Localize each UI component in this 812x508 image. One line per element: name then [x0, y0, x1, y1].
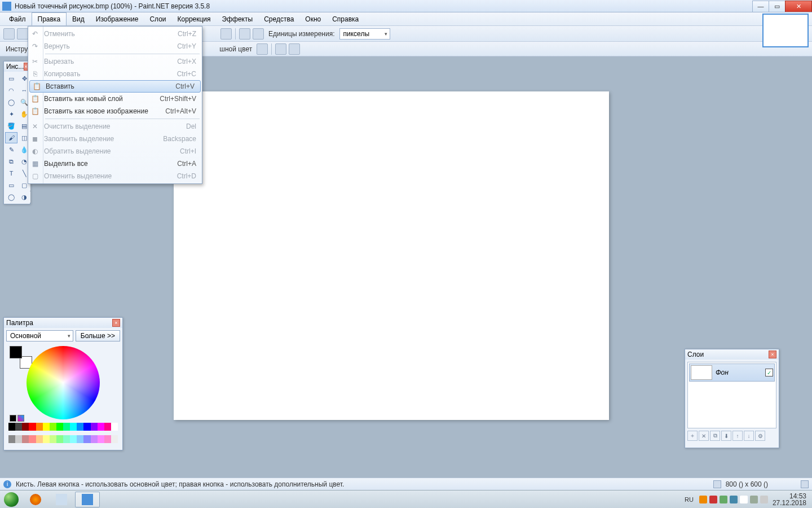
fg-bg-swatches[interactable] [10, 346, 32, 369]
menu-edit[interactable]: Правка [32, 12, 67, 25]
tools-panel-title: Инс... [6, 63, 24, 71]
tool-lasso[interactable]: ◠ [5, 85, 17, 96]
tool-clone[interactable]: ⧉ [5, 156, 17, 167]
tool-rect-select[interactable]: ▭ [5, 73, 17, 84]
tool-magic-wand[interactable]: ✦ [5, 108, 17, 120]
tool-freeform[interactable]: ◑ [18, 191, 30, 203]
menu-select-all[interactable]: ▦ Выделить все Ctrl+A [28, 157, 202, 170]
tool-ellipse-sel[interactable]: ◯ [5, 97, 17, 108]
menu-adjust[interactable]: Коррекция [172, 12, 217, 25]
menu-layers[interactable]: Слои [144, 12, 171, 25]
palette-strip-2[interactable] [8, 435, 118, 443]
maximize-button[interactable]: ▭ [769, 1, 785, 12]
menu-window[interactable]: Окно [299, 12, 326, 25]
antialias-icon[interactable] [275, 43, 286, 55]
menu-paste[interactable]: 📋 Вставить Ctrl+V [29, 80, 201, 93]
tray-volume-icon[interactable] [760, 496, 768, 503]
grid-icon[interactable] [239, 28, 250, 40]
palette-panel-close-icon[interactable]: × [112, 319, 120, 327]
tool-label: Инстру [3, 45, 30, 53]
menu-file[interactable]: Файл [3, 12, 32, 25]
tray-icon[interactable] [709, 496, 717, 503]
zoom-out-icon[interactable] [220, 28, 232, 40]
layer-merge-icon[interactable]: ⬇ [721, 431, 731, 441]
layer-thumbnail [691, 365, 712, 380]
menu-bar: Файл Правка Вид Изображение Слои Коррекц… [0, 12, 812, 26]
deselect-icon: ▢ [28, 172, 42, 180]
tray-icon[interactable] [699, 496, 707, 503]
menu-fill-sel[interactable]: ◼ Заполнить выделение Backspace [28, 133, 202, 145]
layers-panel-close-icon[interactable]: × [769, 351, 776, 358]
tray-battery-icon[interactable] [750, 496, 758, 503]
taskbar-firefox[interactable] [23, 492, 48, 507]
close-button[interactable]: ✕ [785, 1, 812, 12]
tool-rect[interactable]: ▭ [5, 179, 17, 191]
system-clock[interactable]: 14:53 27.12.2018 [770, 493, 809, 506]
tool-brush[interactable]: 🖌 [5, 132, 17, 143]
menu-redo[interactable]: ↷ Вернуть Ctrl+Y [28, 40, 202, 52]
tool-text[interactable]: T [5, 168, 17, 179]
start-button[interactable] [0, 491, 23, 509]
menu-image[interactable]: Изображение [90, 12, 144, 25]
layer-down-icon[interactable]: ↓ [744, 431, 754, 441]
canvas[interactable] [174, 91, 609, 420]
swatch-black[interactable] [10, 415, 16, 422]
tools-panel[interactable]: Инс... × ▭ ✥ ◠ ↔ ◯ 🔍 ✦ ✋ 🪣 ▤ 🖌 ◫ ✎ 💧 ⧉ ◔… [3, 61, 30, 204]
menu-deselect[interactable]: ▢ Отменить выделение Ctrl+D [28, 170, 202, 182]
info-icon: i [3, 480, 11, 488]
color-wheel[interactable] [27, 346, 100, 419]
cut-icon: ✂ [28, 58, 42, 65]
tool-fill[interactable]: 🪣 [5, 120, 17, 132]
minimize-button[interactable]: — [752, 1, 769, 12]
ruler-icon[interactable] [253, 28, 264, 40]
layer-duplicate-icon[interactable]: ⧉ [710, 431, 720, 441]
paste-layer-icon: 📋 [28, 95, 42, 103]
foreground-color-swatch[interactable] [10, 346, 22, 358]
layer-add-icon[interactable]: ＋ [687, 431, 698, 441]
tool-ellipse[interactable]: ◯ [5, 191, 17, 203]
layer-up-icon[interactable]: ↑ [732, 431, 743, 441]
document-thumbnail[interactable] [762, 14, 809, 47]
menu-cut[interactable]: ✂ Вырезать Ctrl+X [28, 55, 202, 68]
tray-icon[interactable] [720, 496, 727, 503]
palette-panel[interactable]: Палитра × Основной Больше >> [3, 317, 123, 450]
menu-view[interactable]: Вид [67, 12, 90, 25]
tray-flag-icon[interactable] [740, 496, 748, 503]
status-text: Кисть. Левая кнопка - использовать основ… [16, 480, 709, 488]
language-indicator[interactable]: RU [685, 496, 694, 503]
menu-undo[interactable]: ↶ Отменить Ctrl+Z [28, 28, 202, 40]
menu-clear-sel[interactable]: ✕ Очистить выделение Del [28, 120, 202, 133]
swatch-multi[interactable] [17, 415, 24, 422]
layer-row[interactable]: Фон ✓ [689, 364, 775, 382]
new-icon[interactable] [3, 28, 15, 40]
taskbar-paintnet[interactable] [75, 492, 100, 507]
tray-icon[interactable] [730, 496, 738, 503]
menu-paste-image[interactable]: 📋 Вставить как новое изображение Ctrl+Al… [28, 105, 202, 117]
layers-panel-title: Слои [687, 351, 769, 358]
fill-dropdown-icon[interactable] [257, 43, 268, 55]
palette-strip[interactable] [8, 423, 118, 431]
menu-copy[interactable]: ⎘ Копировать Ctrl+C [28, 68, 202, 80]
palette-more-button[interactable]: Больше >> [76, 330, 120, 341]
menu-tools[interactable]: Средства [258, 12, 299, 25]
layer-props-icon[interactable]: ⚙ [755, 431, 765, 441]
layers-panel[interactable]: Слои × Фон ✓ ＋ ✕ ⧉ ⬇ ↑ ↓ ⚙ [685, 349, 779, 448]
paste-image-icon: 📋 [28, 107, 42, 115]
tool-pencil[interactable]: ✎ [5, 144, 17, 155]
palette-mode-select[interactable]: Основной [6, 330, 73, 341]
system-tray: RU 14:53 27.12.2018 [685, 493, 812, 506]
open-icon[interactable] [17, 28, 28, 40]
layer-delete-icon[interactable]: ✕ [699, 431, 709, 441]
menu-invert-sel[interactable]: ◐ Обратить выделение Ctrl+I [28, 145, 202, 157]
menu-help[interactable]: Справка [326, 12, 364, 25]
window-titlebar: Новый точечный рисунок.bmp (100%) - Pain… [0, 0, 812, 12]
units-select[interactable]: пикселы [339, 28, 390, 40]
taskbar-explorer[interactable] [49, 492, 74, 507]
fill-icon: ◼ [28, 135, 42, 143]
menu-effects[interactable]: Эффекты [217, 12, 259, 25]
menu-paste-layer[interactable]: 📋 Вставить как новый слой Ctrl+Shift+V [28, 93, 202, 105]
windows-taskbar: RU 14:53 27.12.2018 [0, 490, 812, 508]
layer-visible-checkbox[interactable]: ✓ [765, 369, 773, 376]
blend-mode-icon[interactable] [289, 43, 300, 55]
edit-menu-dropdown: ↶ Отменить Ctrl+Z ↷ Вернуть Ctrl+Y ✂ Выр… [28, 26, 202, 184]
